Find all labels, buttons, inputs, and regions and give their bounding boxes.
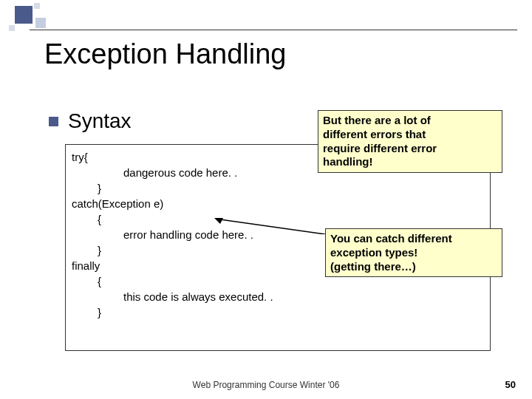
slide-title: Exception Handling — [44, 38, 286, 70]
code-line: } — [98, 180, 484, 196]
note-line: different errors that — [323, 128, 497, 142]
note-line: require different error — [323, 142, 497, 156]
note-line: But there are a lot of — [323, 114, 497, 128]
annotation-note-1: But there are a lot of different errors … — [318, 110, 502, 173]
annotation-note-2: You can catch different exception types!… — [325, 228, 502, 277]
deco-square-small-left — [9, 25, 15, 31]
note-line: You can catch different — [330, 232, 497, 246]
deco-square-small-top — [34, 3, 40, 9]
page-number: 50 — [505, 379, 516, 390]
deco-square-medium — [35, 18, 46, 28]
footer-text: Web Programming Course Winter '06 — [0, 380, 532, 390]
code-line: catch(Exception e) — [72, 196, 484, 211]
bullet-square-icon — [49, 117, 58, 126]
arrow-icon — [214, 218, 325, 234]
code-line: this code is always executed. . — [123, 289, 484, 304]
header-rule — [30, 30, 517, 30]
note-line: exception types! — [330, 246, 497, 260]
note-line: (getting there…) — [330, 260, 497, 274]
code-line: } — [98, 304, 484, 320]
note-line: handling! — [323, 155, 497, 169]
svg-line-0 — [220, 219, 325, 234]
svg-marker-1 — [214, 218, 223, 224]
deco-square-large — [15, 6, 33, 24]
section-heading: Syntax — [68, 109, 132, 133]
